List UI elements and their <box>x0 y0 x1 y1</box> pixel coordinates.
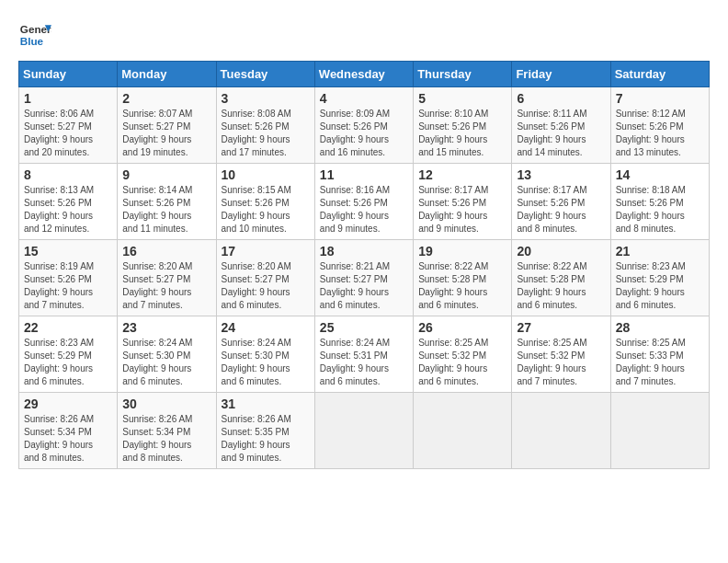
calendar-cell: 29Sunrise: 8:26 AMSunset: 5:34 PMDayligh… <box>19 393 118 469</box>
day-info: Sunrise: 8:17 AMSunset: 5:26 PMDaylight:… <box>517 184 605 236</box>
calendar-cell: 18Sunrise: 8:21 AMSunset: 5:27 PMDayligh… <box>314 240 413 316</box>
calendar-cell: 24Sunrise: 8:24 AMSunset: 5:30 PMDayligh… <box>216 316 314 393</box>
day-number: 25 <box>320 320 408 335</box>
day-info: Sunrise: 8:10 AMSunset: 5:26 PMDaylight:… <box>418 108 506 159</box>
day-info: Sunrise: 8:25 AMSunset: 5:32 PMDaylight:… <box>517 337 605 388</box>
calendar-cell: 26Sunrise: 8:25 AMSunset: 5:32 PMDayligh… <box>414 316 512 393</box>
calendar-cell: 14Sunrise: 8:18 AMSunset: 5:26 PMDayligh… <box>610 164 709 240</box>
day-info: Sunrise: 8:08 AMSunset: 5:26 PMDaylight:… <box>222 108 310 159</box>
calendar-cell: 11Sunrise: 8:16 AMSunset: 5:26 PMDayligh… <box>314 164 413 240</box>
calendar-cell: 19Sunrise: 8:22 AMSunset: 5:28 PMDayligh… <box>414 240 512 316</box>
calendar-cell: 20Sunrise: 8:22 AMSunset: 5:28 PMDayligh… <box>512 240 610 316</box>
day-number: 8 <box>24 167 112 182</box>
week-row-3: 15Sunrise: 8:19 AMSunset: 5:26 PMDayligh… <box>19 240 710 316</box>
day-number: 31 <box>222 396 310 411</box>
calendar-cell <box>314 393 413 469</box>
header-saturday: Saturday <box>610 62 709 87</box>
calendar-cell: 17Sunrise: 8:20 AMSunset: 5:27 PMDayligh… <box>216 240 314 316</box>
calendar-cell <box>512 393 610 469</box>
day-info: Sunrise: 8:06 AMSunset: 5:27 PMDaylight:… <box>24 108 112 159</box>
day-number: 11 <box>320 167 408 182</box>
day-number: 22 <box>24 320 112 335</box>
day-number: 24 <box>222 320 310 335</box>
day-info: Sunrise: 8:20 AMSunset: 5:27 PMDaylight:… <box>222 260 310 312</box>
header-tuesday: Tuesday <box>216 62 314 87</box>
day-info: Sunrise: 8:26 AMSunset: 5:34 PMDaylight:… <box>122 413 210 465</box>
calendar-cell: 28Sunrise: 8:25 AMSunset: 5:33 PMDayligh… <box>610 316 709 393</box>
week-row-1: 1Sunrise: 8:06 AMSunset: 5:27 PMDaylight… <box>19 87 710 164</box>
calendar-cell <box>610 393 709 469</box>
day-info: Sunrise: 8:20 AMSunset: 5:27 PMDaylight:… <box>122 260 210 312</box>
day-number: 9 <box>122 167 210 182</box>
calendar-cell <box>414 393 512 469</box>
day-number: 15 <box>24 244 112 259</box>
calendar-cell: 16Sunrise: 8:20 AMSunset: 5:27 PMDayligh… <box>118 240 216 316</box>
day-number: 10 <box>222 167 310 182</box>
calendar-cell: 25Sunrise: 8:24 AMSunset: 5:31 PMDayligh… <box>314 316 413 393</box>
svg-text:General: General <box>20 23 51 35</box>
calendar-cell: 27Sunrise: 8:25 AMSunset: 5:32 PMDayligh… <box>512 316 610 393</box>
day-info: Sunrise: 8:26 AMSunset: 5:35 PMDaylight:… <box>222 413 310 465</box>
day-number: 17 <box>222 244 310 259</box>
day-number: 19 <box>418 244 506 259</box>
day-number: 13 <box>517 167 605 182</box>
header-sunday: Sunday <box>19 62 118 87</box>
logo-icon: General Blue <box>18 18 51 52</box>
calendar-cell: 6Sunrise: 8:11 AMSunset: 5:26 PMDaylight… <box>512 87 610 164</box>
day-info: Sunrise: 8:09 AMSunset: 5:26 PMDaylight:… <box>320 108 408 159</box>
calendar-cell: 23Sunrise: 8:24 AMSunset: 5:30 PMDayligh… <box>118 316 216 393</box>
day-number: 2 <box>122 91 210 106</box>
calendar-table: SundayMondayTuesdayWednesdayThursdayFrid… <box>18 61 710 469</box>
day-number: 29 <box>24 396 112 411</box>
calendar-cell: 10Sunrise: 8:15 AMSunset: 5:26 PMDayligh… <box>216 164 314 240</box>
week-row-5: 29Sunrise: 8:26 AMSunset: 5:34 PMDayligh… <box>19 393 710 469</box>
day-number: 7 <box>616 91 704 106</box>
day-number: 3 <box>222 91 310 106</box>
calendar-cell: 5Sunrise: 8:10 AMSunset: 5:26 PMDaylight… <box>414 87 512 164</box>
week-row-2: 8Sunrise: 8:13 AMSunset: 5:26 PMDaylight… <box>19 164 710 240</box>
page-header: General Blue <box>18 18 710 52</box>
day-info: Sunrise: 8:17 AMSunset: 5:26 PMDaylight:… <box>418 184 506 236</box>
week-row-4: 22Sunrise: 8:23 AMSunset: 5:29 PMDayligh… <box>19 316 710 393</box>
day-info: Sunrise: 8:24 AMSunset: 5:31 PMDaylight:… <box>320 337 408 388</box>
calendar-cell: 2Sunrise: 8:07 AMSunset: 5:27 PMDaylight… <box>118 87 216 164</box>
header-monday: Monday <box>118 62 216 87</box>
day-number: 28 <box>616 320 704 335</box>
calendar-cell: 31Sunrise: 8:26 AMSunset: 5:35 PMDayligh… <box>216 393 314 469</box>
day-info: Sunrise: 8:12 AMSunset: 5:26 PMDaylight:… <box>616 108 704 159</box>
calendar-cell: 4Sunrise: 8:09 AMSunset: 5:26 PMDaylight… <box>314 87 413 164</box>
day-number: 4 <box>320 91 408 106</box>
day-info: Sunrise: 8:11 AMSunset: 5:26 PMDaylight:… <box>517 108 605 159</box>
calendar-cell: 8Sunrise: 8:13 AMSunset: 5:26 PMDaylight… <box>19 164 118 240</box>
day-info: Sunrise: 8:22 AMSunset: 5:28 PMDaylight:… <box>418 260 506 312</box>
calendar-cell: 21Sunrise: 8:23 AMSunset: 5:29 PMDayligh… <box>610 240 709 316</box>
day-number: 20 <box>517 244 605 259</box>
day-number: 26 <box>418 320 506 335</box>
day-info: Sunrise: 8:22 AMSunset: 5:28 PMDaylight:… <box>517 260 605 312</box>
day-number: 12 <box>418 167 506 182</box>
day-info: Sunrise: 8:21 AMSunset: 5:27 PMDaylight:… <box>320 260 408 312</box>
day-number: 18 <box>320 244 408 259</box>
day-number: 21 <box>616 244 704 259</box>
day-info: Sunrise: 8:15 AMSunset: 5:26 PMDaylight:… <box>222 184 310 236</box>
day-info: Sunrise: 8:07 AMSunset: 5:27 PMDaylight:… <box>122 108 210 159</box>
day-number: 1 <box>24 91 112 106</box>
calendar-cell: 30Sunrise: 8:26 AMSunset: 5:34 PMDayligh… <box>118 393 216 469</box>
day-info: Sunrise: 8:23 AMSunset: 5:29 PMDaylight:… <box>616 260 704 312</box>
day-info: Sunrise: 8:24 AMSunset: 5:30 PMDaylight:… <box>222 337 310 388</box>
day-info: Sunrise: 8:16 AMSunset: 5:26 PMDaylight:… <box>320 184 408 236</box>
day-info: Sunrise: 8:25 AMSunset: 5:33 PMDaylight:… <box>616 337 704 388</box>
day-number: 16 <box>122 244 210 259</box>
header-thursday: Thursday <box>414 62 512 87</box>
day-info: Sunrise: 8:25 AMSunset: 5:32 PMDaylight:… <box>418 337 506 388</box>
day-info: Sunrise: 8:24 AMSunset: 5:30 PMDaylight:… <box>122 337 210 388</box>
calendar-cell: 13Sunrise: 8:17 AMSunset: 5:26 PMDayligh… <box>512 164 610 240</box>
svg-text:Blue: Blue <box>20 35 44 47</box>
header-wednesday: Wednesday <box>314 62 413 87</box>
day-number: 6 <box>517 91 605 106</box>
calendar-cell: 12Sunrise: 8:17 AMSunset: 5:26 PMDayligh… <box>414 164 512 240</box>
day-number: 30 <box>122 396 210 411</box>
calendar-cell: 9Sunrise: 8:14 AMSunset: 5:26 PMDaylight… <box>118 164 216 240</box>
day-number: 27 <box>517 320 605 335</box>
day-number: 23 <box>122 320 210 335</box>
